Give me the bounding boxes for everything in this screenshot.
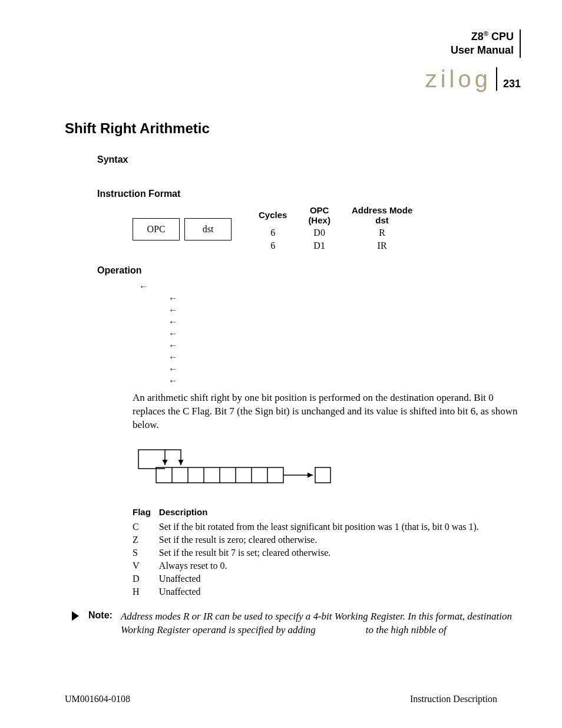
col-addr: Address Modedst <box>341 204 423 226</box>
note-block: Note: Address modes R or IR can be used … <box>71 610 521 637</box>
table-row: DUnaffected <box>133 572 487 585</box>
opcode-diagram: OPC dst <box>133 218 232 241</box>
registered-mark: ® <box>484 30 488 37</box>
table-row: ZSet if the result is zero; cleared othe… <box>133 533 487 546</box>
operation-description: An arithmetic shift right by one bit pos… <box>133 391 521 432</box>
page-number: 231 <box>503 78 521 90</box>
page-footer: UM001604-0108 Instruction Description <box>41 694 521 704</box>
product-suffix: CPU <box>488 31 514 42</box>
operation-heading: Operation <box>97 265 521 276</box>
doc-id: UM001604-0108 <box>65 694 130 704</box>
table-row: VAlways reset to 0. <box>133 559 487 572</box>
operation-lines: ← ← ← ← ← ← ← ← ← <box>133 281 521 387</box>
flags-col-desc: Description <box>159 506 487 521</box>
page-header: Z8® CPU User Manual zilog 231 <box>41 29 521 91</box>
product-name: Z8 <box>471 31 484 42</box>
col-opc: OPC(Hex) <box>297 204 341 226</box>
caret-right-icon <box>71 610 80 622</box>
product-title: Z8® CPU User Manual <box>425 29 514 58</box>
table-row: 6 D0 R <box>248 226 423 239</box>
opcode-box-opc: OPC <box>133 218 180 241</box>
col-cycles: Cycles <box>248 204 297 226</box>
table-row: HUnaffected <box>133 585 487 598</box>
section-name: Instruction Description <box>410 694 497 704</box>
syntax-heading: Syntax <box>97 154 521 165</box>
flags-table: Flag Description CSet if the bit rotated… <box>133 506 487 598</box>
table-row: SSet if the result bit 7 is set; cleared… <box>133 546 487 559</box>
zilog-logo: zilog <box>425 67 497 91</box>
note-label: Note: <box>88 610 113 621</box>
shift-diagram <box>133 445 521 492</box>
manual-label: User Manual <box>451 44 514 56</box>
format-table: Cycles OPC(Hex) Address Modedst 6 D0 R 6 <box>248 204 423 252</box>
instruction-format-heading: Instruction Format <box>97 189 521 199</box>
table-row: 6 D1 IR <box>248 239 423 252</box>
note-text: Address modes R or IR can be used to spe… <box>121 610 521 637</box>
table-row: CSet if the bit rotated from the least s… <box>133 521 487 533</box>
flags-col-flag: Flag <box>133 506 159 521</box>
section-title: Shift Right Arithmetic <box>65 120 521 137</box>
opcode-box-dst: dst <box>184 218 232 241</box>
svg-rect-8 <box>315 467 330 483</box>
